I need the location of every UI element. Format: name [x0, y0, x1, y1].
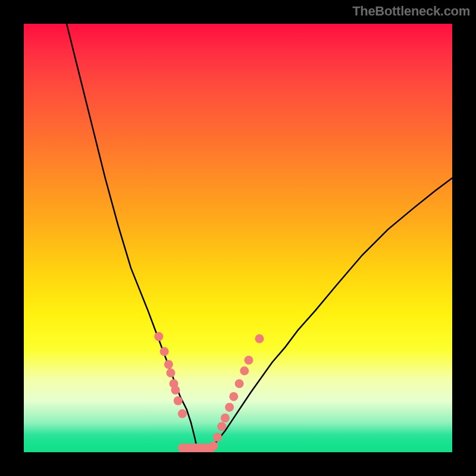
scatter-dot	[154, 332, 163, 341]
scatter-dot	[171, 386, 180, 394]
scatter-dot	[240, 367, 249, 375]
scatter-dot	[229, 392, 238, 401]
scatter-dot	[178, 409, 187, 418]
scatter-dot	[160, 347, 169, 356]
scatter-dot	[217, 422, 226, 431]
chart-svg	[24, 24, 452, 452]
scatter-dot	[255, 334, 264, 343]
watermark-text: TheBottleneck.com	[352, 4, 470, 19]
plot-area	[24, 24, 452, 452]
scatter-dot	[245, 356, 253, 365]
scatter-dot	[221, 414, 230, 422]
scatter-dot	[225, 403, 234, 412]
scatter-dot	[164, 360, 173, 369]
series-right-curve	[199, 178, 452, 452]
scatter-dot	[213, 433, 222, 441]
scatter-dot	[174, 396, 183, 405]
scatter-dot	[235, 379, 244, 388]
series-left-curve	[67, 24, 199, 452]
scatter-dot	[209, 441, 218, 450]
scatter-dot	[166, 368, 175, 377]
